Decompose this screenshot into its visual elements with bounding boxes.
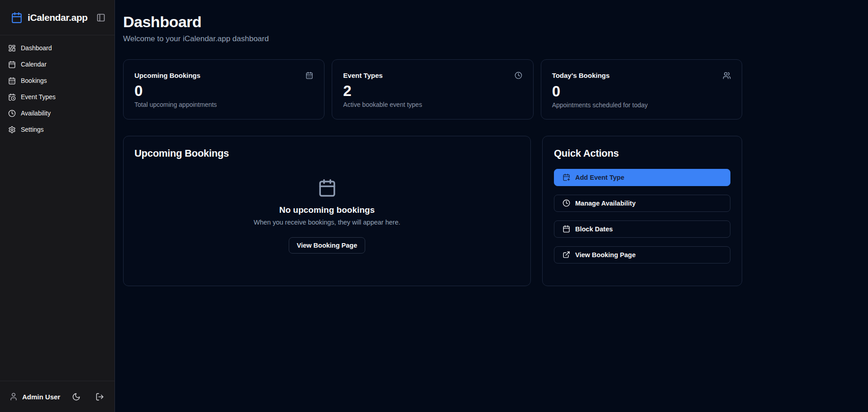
sidebar-toggle-button[interactable]: [95, 11, 107, 24]
view-booking-page-action-button[interactable]: View Booking Page: [554, 246, 730, 263]
clock-icon: [563, 199, 570, 207]
calendar-plus-icon: [563, 173, 570, 181]
sidebar-item-label: Availability: [21, 110, 51, 117]
quick-actions-card: Quick Actions Add Event Type Manage Avai…: [542, 136, 742, 286]
view-booking-page-button[interactable]: View Booking Page: [289, 237, 366, 254]
sidebar-item-calendar[interactable]: Calendar: [4, 56, 111, 72]
quick-action-label: Manage Availability: [575, 200, 636, 207]
empty-state-title: No upcoming bookings: [279, 205, 375, 215]
quick-actions-heading: Quick Actions: [554, 148, 730, 159]
quick-action-label: Add Event Type: [575, 174, 625, 181]
page-subtitle: Welcome to your iCalendar.app dashboard: [123, 34, 868, 43]
quick-action-label: Block Dates: [575, 225, 613, 233]
logout-button[interactable]: [94, 391, 105, 402]
users-icon: [723, 72, 731, 80]
quick-action-label: View Booking Page: [575, 251, 636, 259]
calendar-days-icon: [305, 72, 313, 79]
user-name: Admin User: [22, 393, 60, 401]
stat-value: 0: [134, 83, 313, 99]
stat-value: 2: [343, 83, 522, 99]
sidebar-item-availability[interactable]: Availability: [4, 105, 111, 121]
theme-toggle-button[interactable]: [71, 391, 82, 402]
sidebar-item-label: Dashboard: [21, 44, 52, 52]
sidebar-nav: Dashboard Calendar Bookings Event Types …: [0, 35, 114, 381]
add-event-type-button[interactable]: Add Event Type: [554, 169, 730, 186]
stat-card-event-types: Event Types 2 Active bookable event type…: [332, 59, 533, 120]
sidebar-item-label: Settings: [21, 126, 44, 133]
moon-icon: [72, 393, 81, 401]
sidebar-item-label: Event Types: [21, 93, 56, 101]
layout-dashboard-icon: [8, 44, 16, 52]
gear-icon: [8, 126, 16, 134]
clock-icon: [8, 110, 16, 117]
stat-card-upcoming-bookings: Upcoming Bookings 0 Total upcoming appoi…: [123, 59, 324, 120]
stat-description: Total upcoming appointments: [134, 101, 313, 108]
sidebar-item-bookings[interactable]: Bookings: [4, 72, 111, 89]
calendar-icon: [8, 61, 16, 68]
user-icon: [9, 392, 18, 401]
calendar-icon: [563, 225, 570, 233]
sidebar-item-settings[interactable]: Settings: [4, 121, 111, 138]
sidebar-header: iCalendar.app: [0, 0, 114, 35]
stat-title: Upcoming Bookings: [134, 72, 200, 79]
panel-left-icon: [96, 13, 105, 22]
stat-value: 0: [552, 84, 731, 100]
stat-description: Active bookable event types: [343, 101, 522, 108]
user-chip: Admin User: [9, 392, 60, 401]
sidebar-item-event-types[interactable]: Event Types: [4, 89, 111, 105]
stats-row: Upcoming Bookings 0 Total upcoming appoi…: [123, 59, 742, 120]
quick-actions-list: Add Event Type Manage Availability Block…: [554, 169, 730, 263]
app-title: iCalendar.app: [28, 12, 88, 23]
stat-title: Event Types: [343, 72, 382, 79]
sidebar-item-label: Calendar: [21, 61, 47, 68]
empty-state-description: When you receive bookings, they will app…: [253, 219, 400, 226]
stat-card-todays-bookings: Today's Bookings 0 Appointments schedule…: [541, 59, 742, 120]
calendar-clock-icon: [8, 93, 16, 101]
external-link-icon: [563, 251, 570, 259]
main-content: Dashboard Welcome to your iCalendar.app …: [115, 0, 868, 412]
stat-title: Today's Bookings: [552, 72, 610, 79]
sidebar: iCalendar.app Dashboard Calendar Booking…: [0, 0, 115, 412]
sidebar-item-dashboard[interactable]: Dashboard: [4, 40, 111, 56]
sidebar-item-label: Bookings: [21, 77, 47, 84]
log-out-icon: [95, 393, 104, 401]
stat-description: Appointments scheduled for today: [552, 101, 731, 109]
page-title: Dashboard: [123, 13, 868, 31]
footer-actions: [71, 391, 105, 402]
upcoming-bookings-heading: Upcoming Bookings: [134, 148, 520, 159]
upcoming-bookings-card: Upcoming Bookings No upcoming bookings W…: [123, 136, 531, 286]
clock-icon: [515, 72, 522, 79]
sidebar-footer: Admin User: [0, 381, 114, 412]
calendar-icon: [11, 12, 23, 24]
manage-availability-button[interactable]: Manage Availability: [554, 195, 730, 212]
empty-state: No upcoming bookings When you receive bo…: [134, 178, 520, 254]
calendar-days-icon: [8, 77, 16, 85]
block-dates-button[interactable]: Block Dates: [554, 220, 730, 238]
calendar-icon: [318, 178, 337, 197]
bottom-row: Upcoming Bookings No upcoming bookings W…: [123, 136, 742, 286]
